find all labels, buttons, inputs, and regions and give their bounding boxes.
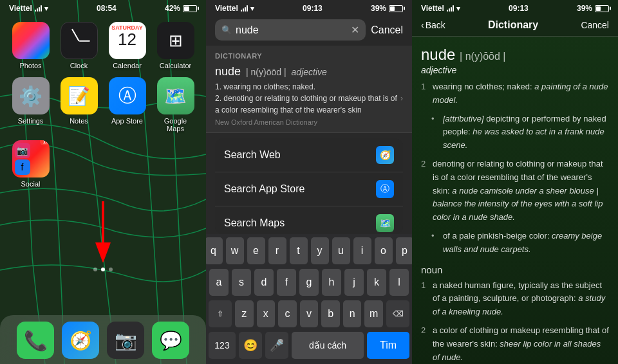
wifi-icon: ▾ bbox=[44, 5, 48, 13]
app-item-calculator[interactable]: ⊞ Calculator bbox=[155, 22, 196, 69]
dictionary-section-label: DICTIONARY bbox=[215, 52, 403, 60]
dict-entry[interactable]: nude | n(y)ōōd | adjective 1. wearing no… bbox=[215, 65, 403, 126]
appstore-icon: Ⓐ bbox=[109, 77, 146, 114]
dict-pronunciation: | n(y)ōōd | bbox=[246, 67, 286, 77]
dict-battery: 39% bbox=[577, 4, 592, 13]
app-item-appstore[interactable]: Ⓐ App Store bbox=[107, 77, 147, 132]
search-bar-container: 🔍 nude ✕ Cancel bbox=[206, 14, 412, 46]
dict-source: New Oxford American Dictionary bbox=[215, 118, 403, 126]
dict-nav-cancel-button[interactable]: Cancel bbox=[581, 20, 609, 30]
key-delete[interactable]: ⌫ bbox=[386, 300, 409, 327]
dict-noun-list: 1 a naked human figure, typically as the… bbox=[421, 279, 609, 364]
app-item-settings[interactable]: ⚙️ Settings bbox=[10, 77, 51, 132]
key-r[interactable]: r bbox=[268, 237, 286, 264]
key-k[interactable]: k bbox=[367, 269, 386, 296]
dict-noun-header: noun bbox=[421, 264, 609, 275]
dictionary-screen: Viettel ▾ 09:13 39% ‹ Back Dictionary Ca… bbox=[412, 0, 618, 364]
key-m[interactable]: m bbox=[364, 300, 383, 327]
photos-label: Photos bbox=[19, 62, 41, 69]
settings-icon: ⚙️ bbox=[12, 77, 50, 114]
key-shift[interactable]: ⇧ bbox=[209, 300, 232, 327]
signal-bars bbox=[35, 5, 42, 12]
page-dot bbox=[109, 268, 113, 271]
keyboard: q w e r t y u i o p a s d f g h j k l ⇧ … bbox=[206, 234, 412, 364]
key-w[interactable]: w bbox=[226, 237, 244, 264]
app-item-photos[interactable]: Photos bbox=[10, 22, 51, 69]
dock-camera-icon[interactable]: 📷 bbox=[107, 322, 144, 359]
battery-label: 42% bbox=[165, 4, 180, 13]
key-d[interactable]: d bbox=[254, 269, 274, 296]
app-item-maps[interactable]: 🗺️ Google Maps bbox=[155, 77, 196, 132]
search-wifi-icon: ▾ bbox=[250, 5, 254, 13]
app-item-social[interactable]: 📷 f 15 Social bbox=[10, 140, 51, 188]
dict-status-left: Viettel ▾ bbox=[421, 4, 460, 13]
key-v[interactable]: v bbox=[300, 300, 319, 327]
photos-icon bbox=[12, 22, 50, 59]
maps-label: Google Maps bbox=[155, 117, 196, 132]
key-123[interactable]: 123 bbox=[209, 332, 236, 359]
search-maps-icon: 🗺️ bbox=[376, 214, 394, 232]
dock-messages-icon[interactable]: 💬 bbox=[152, 322, 189, 359]
key-space[interactable]: dấu cách bbox=[292, 332, 364, 359]
dict-definitions: 1. wearing no clothes; naked. 2. denotin… bbox=[215, 81, 403, 116]
social-badge: 15 bbox=[40, 140, 49, 145]
search-field[interactable]: 🔍 nude ✕ bbox=[215, 19, 366, 41]
notes-icon: 📝 bbox=[61, 77, 98, 114]
search-maps-option[interactable]: Search Maps 🗺️ bbox=[215, 206, 403, 234]
status-bar: Viettel ▾ 08:54 42% bbox=[0, 0, 206, 14]
dict-back-button[interactable]: ‹ Back bbox=[421, 20, 445, 30]
appstore-label: App Store bbox=[111, 117, 143, 125]
search-web-option[interactable]: Search Web 🧭 bbox=[215, 138, 403, 172]
key-j[interactable]: j bbox=[344, 269, 364, 296]
key-i[interactable]: i bbox=[353, 237, 371, 264]
arrow-indicator bbox=[0, 198, 206, 262]
search-cancel-button[interactable]: Cancel bbox=[371, 24, 403, 36]
dictionary-result: DICTIONARY nude | n(y)ōōd | adjective 1.… bbox=[206, 46, 412, 133]
key-u[interactable]: u bbox=[332, 237, 350, 264]
search-clear-button[interactable]: ✕ bbox=[351, 24, 359, 36]
dict-nav-title: Dictionary bbox=[488, 19, 538, 31]
dict-adj-def-bullet-1: • [attributive] depicting or performed b… bbox=[421, 113, 609, 152]
key-t[interactable]: t bbox=[290, 237, 308, 264]
key-emoji[interactable]: 😊 bbox=[239, 332, 262, 359]
key-f[interactable]: f bbox=[277, 269, 296, 296]
page-dots bbox=[0, 268, 206, 271]
dict-wifi-icon: ▾ bbox=[456, 5, 460, 13]
key-z[interactable]: z bbox=[235, 300, 254, 327]
app-grid: Photos Clock Saturday 12 Calendar ⊞ Calc… bbox=[0, 17, 206, 193]
key-o[interactable]: o bbox=[375, 237, 393, 264]
calendar-date: 12 bbox=[118, 31, 136, 48]
key-g[interactable]: g bbox=[299, 269, 319, 296]
key-c[interactable]: c bbox=[278, 300, 297, 327]
dock-safari-icon[interactable]: 🧭 bbox=[62, 322, 99, 359]
search-appstore-option[interactable]: Search App Store Ⓐ bbox=[215, 172, 403, 206]
key-enter[interactable]: Tim bbox=[367, 332, 409, 359]
key-h[interactable]: h bbox=[322, 269, 341, 296]
status-right: 42% bbox=[165, 4, 197, 13]
dict-noun-def-1: 1 a naked human figure, typically as the… bbox=[421, 279, 609, 319]
key-p[interactable]: p bbox=[396, 237, 413, 264]
dict-back-label: Back bbox=[426, 20, 445, 30]
home-screen: Viettel ▾ 08:54 42% Photos Clock bbox=[0, 0, 206, 364]
search-appstore-icon: Ⓐ bbox=[376, 180, 394, 198]
dict-def-1: 1. wearing no clothes; naked. bbox=[215, 81, 403, 93]
time-label: 08:54 bbox=[97, 4, 117, 13]
battery-icon bbox=[183, 5, 197, 12]
key-e[interactable]: e bbox=[247, 237, 265, 264]
key-x[interactable]: x bbox=[257, 300, 276, 327]
search-status-bar: Viettel ▾ 09:13 39% bbox=[206, 0, 412, 14]
key-a[interactable]: a bbox=[209, 269, 229, 296]
key-l[interactable]: l bbox=[389, 269, 409, 296]
app-item-notes[interactable]: 📝 Notes bbox=[59, 77, 99, 132]
key-n[interactable]: n bbox=[343, 300, 362, 327]
key-mic[interactable]: 🎤 bbox=[265, 332, 288, 359]
key-b[interactable]: b bbox=[321, 300, 340, 327]
app-item-clock[interactable]: Clock bbox=[59, 22, 99, 69]
keyboard-row-2: a s d f g h j k l bbox=[206, 266, 412, 297]
dock-phone-icon[interactable]: 📞 bbox=[17, 322, 54, 359]
dict-main-word: nude | n(y)ōōd | bbox=[421, 46, 609, 64]
key-s[interactable]: s bbox=[232, 269, 251, 296]
key-q[interactable]: q bbox=[206, 237, 223, 264]
app-item-calendar[interactable]: Saturday 12 Calendar bbox=[107, 22, 147, 69]
key-y[interactable]: y bbox=[311, 237, 329, 264]
